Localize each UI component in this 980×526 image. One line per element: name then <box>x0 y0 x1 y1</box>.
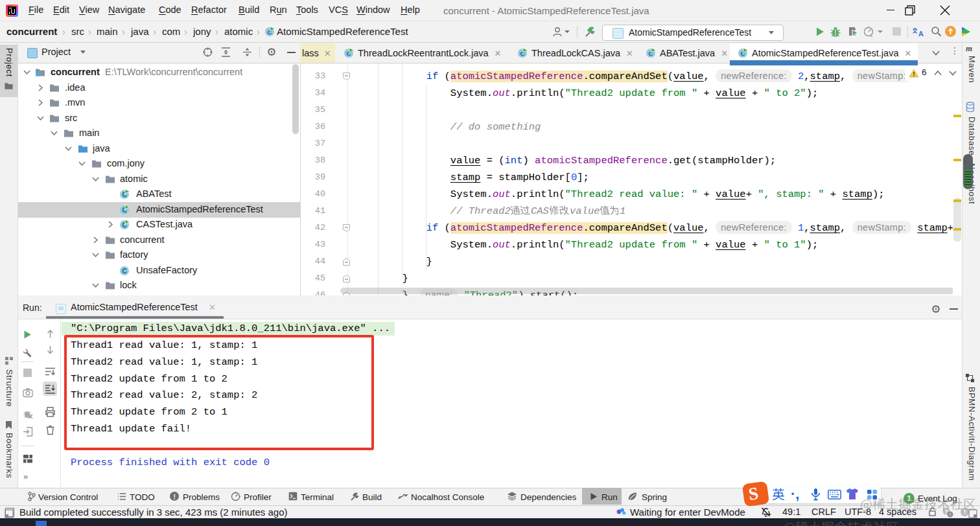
svg-text:A: A <box>918 30 924 38</box>
